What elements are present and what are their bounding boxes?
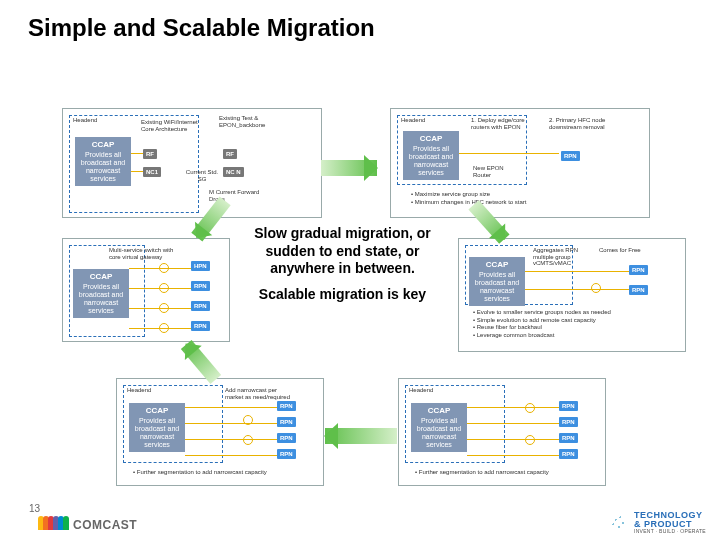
footer-brand: COMCAST <box>38 516 137 534</box>
panel-top-left: Headend CCAPProvides all broadcast and n… <box>62 108 322 218</box>
ml-cap1: Multi-service switch with core virtual g… <box>109 247 177 260</box>
tr-label: Headend <box>401 117 425 124</box>
bl-label: Headend <box>127 387 151 394</box>
dotcircle-icon <box>606 510 630 534</box>
tl-node-rf1: RF <box>143 149 157 159</box>
ml-node-0: HPN <box>191 261 210 271</box>
peacock-icon <box>38 516 68 534</box>
mr-bullets: • Evolve to smaller service groups nodes… <box>473 309 683 339</box>
tl-label: Headend <box>73 117 97 124</box>
footer-tp-logo: TECHNOLOGY& PRODUCTINVENT · BUILD · OPER… <box>606 510 706 534</box>
tl-cap1: Existing WiFi/Internet Core Architecture <box>141 119 201 132</box>
br-node-1: RPN <box>559 417 578 427</box>
bl-node-0: RPN <box>277 401 296 411</box>
br-node-2: RPN <box>559 433 578 443</box>
panel-bottom-right: Headend CCAPProvides all broadcast and n… <box>398 378 606 486</box>
tl-node-ncn: NC N <box>223 167 244 177</box>
tl-node-rf2: RF <box>223 149 237 159</box>
tr-cap2: 2. Primary HFC node downstream removal <box>549 117 621 130</box>
mr-node-0: RPN <box>629 265 648 275</box>
ml-node-2: RPN <box>191 301 210 311</box>
br-node-0: RPN <box>559 401 578 411</box>
tl-cap2: Existing Test & EPON_backbone <box>219 115 287 128</box>
tr-cap3: New EPON Router <box>473 165 523 178</box>
tr-node-rpn: RPN <box>561 151 580 161</box>
br-bullets: • Further segmentation to add narrowcast… <box>415 469 595 477</box>
panel-top-right: Headend CCAPProvides all broadcast and n… <box>390 108 650 218</box>
panel-bottom-left: Headend CCAPProvides all broadcast and n… <box>116 378 324 486</box>
bl-ccap: CCAPProvides all broadcast and narrowcas… <box>129 403 185 452</box>
tr-ccap: CCAPProvides all broadcast and narrowcas… <box>403 131 459 180</box>
tr-cap1: 1. Deploy edge/core routers with EPON <box>471 117 533 130</box>
bl-node-1: RPN <box>277 417 296 427</box>
slide-title: Simple and Scalable Migration <box>28 14 375 42</box>
panel-mid-left: CCAPProvides all broadcast and narrowcas… <box>62 238 230 342</box>
ml-ccap: CCAPProvides all broadcast and narrowcas… <box>73 269 129 318</box>
panel-mid-right: CCAPProvides all broadcast and narrowcas… <box>458 238 686 352</box>
br-node-3: RPN <box>559 449 578 459</box>
mr-node-1: RPN <box>629 285 648 295</box>
mr-ccap: CCAPProvides all broadcast and narrowcas… <box>469 257 525 306</box>
center-text: Slow gradual migration, or sudden to end… <box>235 225 450 303</box>
tr-bullets: • Maximize service group size• Minimum c… <box>411 191 641 206</box>
mr-cap2: Comes for Free <box>599 247 669 254</box>
ml-node-1: RPN <box>191 281 210 291</box>
tl-cap3: Current Std. SG <box>181 169 223 182</box>
br-label: Headend <box>409 387 433 394</box>
bl-bullets: • Further segmentation to add narrowcast… <box>133 469 313 477</box>
bl-cap1: Add narrowcast per market as need/requir… <box>225 387 293 400</box>
bl-node-3: RPN <box>277 449 296 459</box>
arrow-br-to-bl <box>325 428 397 444</box>
ml-node-3: RPN <box>191 321 210 331</box>
mr-cap1: Aggregates RPN multiple group vCMTS/vMAC <box>533 247 591 267</box>
tl-ccap: CCAPProvides all broadcast and narrowcas… <box>75 137 131 186</box>
bl-node-2: RPN <box>277 433 296 443</box>
tl-node-nc1: NC1 <box>143 167 161 177</box>
arrow-tl-to-tr <box>321 160 377 176</box>
br-ccap: CCAPProvides all broadcast and narrowcas… <box>411 403 467 452</box>
page-number: 13 <box>29 503 40 514</box>
